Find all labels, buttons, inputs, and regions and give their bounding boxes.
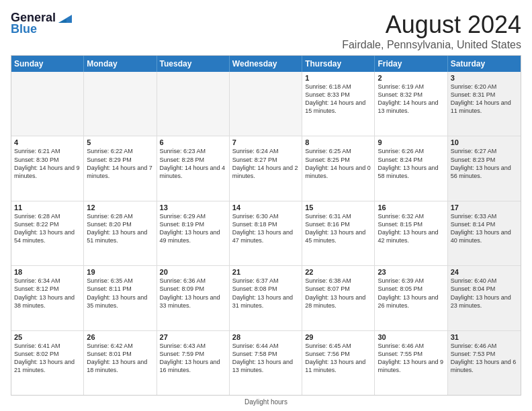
day-cell-25: 25Sunrise: 6:41 AM Sunset: 8:02 PM Dayli… [11, 331, 84, 395]
footer-note: Daylight hours [11, 398, 521, 406]
day-info: Sunrise: 6:37 AM Sunset: 8:08 PM Dayligh… [232, 277, 299, 310]
day-header-monday: Monday [84, 56, 157, 72]
day-info: Sunrise: 6:42 AM Sunset: 8:01 PM Dayligh… [87, 342, 153, 375]
day-info: Sunrise: 6:21 AM Sunset: 8:30 PM Dayligh… [14, 147, 81, 180]
calendar-header: SundayMondayTuesdayWednesdayThursdayFrid… [11, 56, 521, 72]
title-section: August 2024 Fairdale, Pennsylvania, Unit… [342, 11, 521, 51]
day-number: 18 [14, 268, 81, 276]
day-info: Sunrise: 6:33 AM Sunset: 8:14 PM Dayligh… [451, 212, 518, 245]
day-info: Sunrise: 6:41 AM Sunset: 8:02 PM Dayligh… [14, 342, 81, 375]
day-cell-19: 19Sunrise: 6:35 AM Sunset: 8:11 PM Dayli… [84, 266, 157, 330]
day-header-sunday: Sunday [11, 56, 84, 72]
day-cell-10: 10Sunrise: 6:27 AM Sunset: 8:23 PM Dayli… [448, 136, 521, 200]
day-info: Sunrise: 6:43 AM Sunset: 7:59 PM Dayligh… [160, 342, 226, 375]
day-info: Sunrise: 6:39 AM Sunset: 8:05 PM Dayligh… [378, 277, 444, 310]
day-number: 4 [14, 138, 81, 146]
day-cell-4: 4Sunrise: 6:21 AM Sunset: 8:30 PM Daylig… [11, 136, 84, 200]
day-cell-1: 1Sunrise: 6:18 AM Sunset: 8:33 PM Daylig… [302, 72, 375, 136]
day-number: 20 [160, 268, 226, 276]
day-number: 28 [232, 333, 299, 341]
day-header-saturday: Saturday [448, 56, 521, 72]
day-cell-15: 15Sunrise: 6:31 AM Sunset: 8:16 PM Dayli… [302, 201, 375, 265]
day-number: 3 [451, 74, 518, 82]
day-number: 15 [305, 203, 371, 212]
day-number: 29 [305, 333, 371, 341]
day-info: Sunrise: 6:22 AM Sunset: 8:29 PM Dayligh… [87, 147, 153, 180]
empty-cell [84, 72, 157, 136]
day-cell-16: 16Sunrise: 6:32 AM Sunset: 8:15 PM Dayli… [375, 201, 447, 265]
empty-cell [11, 72, 84, 136]
day-number: 25 [14, 333, 81, 341]
day-cell-31: 31Sunrise: 6:46 AM Sunset: 7:53 PM Dayli… [448, 331, 521, 395]
day-number: 21 [232, 268, 299, 276]
day-cell-30: 30Sunrise: 6:46 AM Sunset: 7:55 PM Dayli… [375, 331, 447, 395]
day-cell-13: 13Sunrise: 6:29 AM Sunset: 8:19 PM Dayli… [157, 201, 230, 265]
day-number: 13 [160, 203, 226, 212]
day-info: Sunrise: 6:46 AM Sunset: 7:55 PM Dayligh… [378, 342, 444, 375]
day-info: Sunrise: 6:19 AM Sunset: 8:32 PM Dayligh… [378, 83, 444, 116]
subtitle: Fairdale, Pennsylvania, United States [342, 39, 521, 51]
week-row-1: 1Sunrise: 6:18 AM Sunset: 8:33 PM Daylig… [11, 72, 521, 136]
day-header-thursday: Thursday [302, 56, 375, 72]
calendar: SundayMondayTuesdayWednesdayThursdayFrid… [11, 55, 521, 396]
day-cell-26: 26Sunrise: 6:42 AM Sunset: 8:01 PM Dayli… [84, 331, 157, 395]
day-cell-14: 14Sunrise: 6:30 AM Sunset: 8:18 PM Dayli… [230, 201, 302, 265]
day-info: Sunrise: 6:31 AM Sunset: 8:16 PM Dayligh… [305, 212, 371, 245]
day-cell-2: 2Sunrise: 6:19 AM Sunset: 8:32 PM Daylig… [375, 72, 447, 136]
day-cell-24: 24Sunrise: 6:40 AM Sunset: 8:04 PM Dayli… [448, 266, 521, 330]
day-info: Sunrise: 6:36 AM Sunset: 8:09 PM Dayligh… [160, 277, 226, 310]
day-cell-20: 20Sunrise: 6:36 AM Sunset: 8:09 PM Dayli… [157, 266, 230, 330]
day-cell-18: 18Sunrise: 6:34 AM Sunset: 8:12 PM Dayli… [11, 266, 84, 330]
day-cell-6: 6Sunrise: 6:23 AM Sunset: 8:28 PM Daylig… [157, 136, 230, 200]
day-cell-28: 28Sunrise: 6:44 AM Sunset: 7:58 PM Dayli… [230, 331, 302, 395]
logo-blue: Blue [11, 22, 37, 36]
day-cell-12: 12Sunrise: 6:28 AM Sunset: 8:20 PM Dayli… [84, 201, 157, 265]
day-cell-17: 17Sunrise: 6:33 AM Sunset: 8:14 PM Dayli… [448, 201, 521, 265]
day-cell-7: 7Sunrise: 6:24 AM Sunset: 8:27 PM Daylig… [230, 136, 302, 200]
logo-icon [57, 12, 72, 24]
page: General Blue August 2024 Fairdale, Penns… [0, 0, 532, 411]
day-cell-9: 9Sunrise: 6:26 AM Sunset: 8:24 PM Daylig… [375, 136, 447, 200]
day-info: Sunrise: 6:25 AM Sunset: 8:25 PM Dayligh… [305, 147, 371, 180]
day-number: 30 [378, 333, 444, 341]
day-info: Sunrise: 6:20 AM Sunset: 8:31 PM Dayligh… [451, 83, 518, 116]
day-header-tuesday: Tuesday [157, 56, 230, 72]
day-info: Sunrise: 6:34 AM Sunset: 8:12 PM Dayligh… [14, 277, 81, 310]
day-number: 24 [451, 268, 518, 276]
calendar-body: 1Sunrise: 6:18 AM Sunset: 8:33 PM Daylig… [11, 72, 521, 395]
day-number: 26 [87, 333, 153, 341]
day-number: 17 [451, 203, 518, 212]
day-info: Sunrise: 6:35 AM Sunset: 8:11 PM Dayligh… [87, 277, 153, 310]
day-info: Sunrise: 6:46 AM Sunset: 7:53 PM Dayligh… [451, 342, 518, 375]
day-info: Sunrise: 6:40 AM Sunset: 8:04 PM Dayligh… [451, 277, 518, 310]
day-info: Sunrise: 6:27 AM Sunset: 8:23 PM Dayligh… [451, 147, 518, 180]
day-cell-21: 21Sunrise: 6:37 AM Sunset: 8:08 PM Dayli… [230, 266, 302, 330]
day-number: 10 [451, 138, 518, 146]
day-number: 2 [378, 74, 444, 82]
week-row-4: 18Sunrise: 6:34 AM Sunset: 8:12 PM Dayli… [11, 266, 521, 330]
logo: General Blue [11, 11, 72, 36]
empty-cell [157, 72, 230, 136]
main-title: August 2024 [342, 11, 521, 39]
day-number: 7 [232, 138, 299, 146]
day-info: Sunrise: 6:30 AM Sunset: 8:18 PM Dayligh… [232, 212, 299, 245]
day-cell-11: 11Sunrise: 6:28 AM Sunset: 8:22 PM Dayli… [11, 201, 84, 265]
day-info: Sunrise: 6:44 AM Sunset: 7:58 PM Dayligh… [232, 342, 299, 375]
day-info: Sunrise: 6:26 AM Sunset: 8:24 PM Dayligh… [378, 147, 444, 180]
day-cell-29: 29Sunrise: 6:45 AM Sunset: 7:56 PM Dayli… [302, 331, 375, 395]
day-info: Sunrise: 6:38 AM Sunset: 8:07 PM Dayligh… [305, 277, 371, 310]
day-cell-8: 8Sunrise: 6:25 AM Sunset: 8:25 PM Daylig… [302, 136, 375, 200]
day-number: 11 [14, 203, 81, 212]
day-number: 19 [87, 268, 153, 276]
day-info: Sunrise: 6:28 AM Sunset: 8:20 PM Dayligh… [87, 212, 153, 245]
day-info: Sunrise: 6:32 AM Sunset: 8:15 PM Dayligh… [378, 212, 444, 245]
day-header-friday: Friday [375, 56, 447, 72]
day-number: 14 [232, 203, 299, 212]
day-header-wednesday: Wednesday [230, 56, 302, 72]
day-info: Sunrise: 6:45 AM Sunset: 7:56 PM Dayligh… [305, 342, 371, 375]
week-row-5: 25Sunrise: 6:41 AM Sunset: 8:02 PM Dayli… [11, 331, 521, 395]
day-number: 9 [378, 138, 444, 146]
day-number: 6 [160, 138, 226, 146]
week-row-2: 4Sunrise: 6:21 AM Sunset: 8:30 PM Daylig… [11, 136, 521, 201]
day-number: 5 [87, 138, 153, 146]
